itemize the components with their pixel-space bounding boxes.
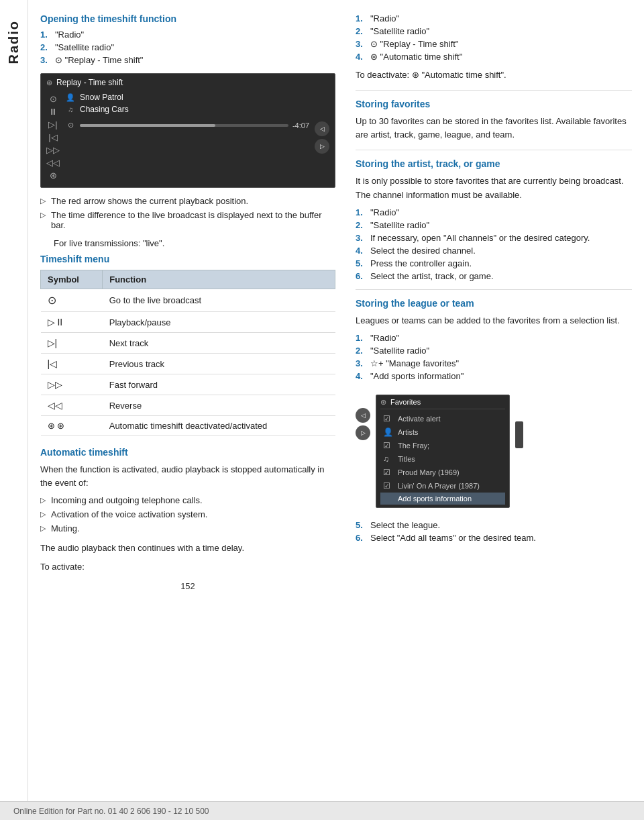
ctrl-prev: |◁ (48, 132, 57, 142)
ar-step-2: 2. "Satellite radio" (356, 220, 632, 230)
live-text: For live transmissions: "live". (54, 238, 335, 248)
storing-fav-body: Up to 30 favorites can be stored in the … (356, 115, 632, 142)
ar-step-5: 5. Press the controller again. (356, 258, 632, 268)
storing-fav-title: Storing favorites (356, 99, 632, 109)
fav-item-1[interactable]: ☑ Activate alert (380, 412, 505, 425)
fav-item-2[interactable]: 👤 Artists (380, 425, 505, 439)
main-content: Opening the timeshift function 1. "Radio… (28, 0, 644, 820)
table-row-2: ▷ II Playback/pause (41, 312, 335, 333)
fav-item-5[interactable]: ☑ Proud Mary (1969) (380, 466, 505, 479)
progress-time: -4:07 (292, 121, 309, 130)
fav-item-4[interactable]: ♫ Titles (380, 452, 505, 466)
left-column: Opening the timeshift function 1. "Radio… (40, 13, 349, 807)
track-icon-2: ♫ (65, 105, 76, 113)
track-row-1: 👤 Snow Patrol (65, 91, 309, 103)
auto-arrow-1: ▷ (40, 496, 46, 505)
symbol-4: |◁ (41, 354, 103, 374)
symbol-2: ▷ II (41, 312, 103, 333)
ctrl-loop: ⊙ (50, 94, 57, 104)
track-icon-1: 👤 (65, 93, 76, 102)
bullet-arrow-1: ▷ (40, 197, 46, 205)
auto-body: When the function is activated, audio pl… (40, 463, 335, 490)
artist-track-title: Storing the artist, track, or game (356, 158, 632, 169)
league-team-title: Storing the league or team (356, 298, 632, 309)
table-header-row: Symbol Function (41, 270, 335, 289)
replay-header: ⊛ Replay - Time shift (46, 78, 329, 87)
act-step-1: 1. "Radio" (356, 13, 632, 23)
replay-icon: ⊛ (46, 79, 52, 87)
function-4: Previous track (103, 354, 335, 374)
fav-nav-left[interactable]: ◁ (356, 408, 370, 423)
act-step-4: 4. ⊛ "Automatic time shift" (356, 52, 632, 62)
table-row-3: ▷| Next track (41, 333, 335, 354)
page-number: 152 (40, 581, 335, 591)
deactivate-text: To deactivate: ⊛ "Automatic time shift". (356, 68, 632, 82)
opening-step-3: 3. ⊙ "Replay - Time shift" (40, 55, 335, 65)
opening-title: Opening the timeshift function (40, 13, 335, 24)
col-function: Function (103, 270, 335, 289)
league-steps-list: 1. "Radio" 2. "Satellite radio" 3. ☆+ "M… (356, 333, 632, 381)
replay-controls: ⊙ II ▷| |◁ ▷▷ ◁◁ ⊛ (46, 91, 60, 183)
lg-step-3: 3. ☆+ "Manage favorites" (356, 358, 632, 368)
track-icon-cd: ⊙ (65, 121, 76, 130)
divider-3 (356, 289, 632, 290)
favorites-section: ◁ ▷ ⊛ Favorites ☑ Activate alert 👤 Artis… (356, 388, 632, 515)
end-step-6: 6. Select "Add all teams" or the desired… (356, 533, 632, 543)
track-list: 👤 Snow Patrol ♫ Chasing Cars ⊙ (65, 91, 309, 183)
ar-step-6: 6. Select the artist, track, or game. (356, 271, 632, 281)
opening-step-2: 2. "Satellite radio" (40, 42, 335, 52)
function-6: Reverse (103, 395, 335, 416)
act-step-2: 2. "Satellite radio" (356, 26, 632, 36)
auto-arrow-2: ▷ (40, 510, 46, 519)
fav-icon-2: 👤 (383, 427, 394, 437)
auto-bullet-3: ▷ Muting. (40, 523, 335, 533)
fav-nav-right[interactable]: ▷ (356, 425, 370, 440)
footer-bar: Online Edition for Part no. 01 40 2 606 … (0, 801, 644, 820)
symbol-7: ⊛ ⊛ (41, 416, 103, 436)
replay-content: ⊙ II ▷| |◁ ▷▷ ◁◁ ⊛ 👤 Snow Patrol (46, 91, 329, 183)
table-row-5: ▷▷ Fast forward (41, 374, 335, 395)
fav-icon-6: ☑ (383, 481, 394, 491)
ctrl-rew: ◁◁ (46, 158, 60, 168)
function-5: Fast forward (103, 374, 335, 395)
ar-step-1: 1. "Radio" (356, 207, 632, 217)
fav-nav-buttons: ◁ ▷ (356, 408, 370, 440)
bullet-2: ▷ The time difference to the live broadc… (40, 210, 335, 230)
scroll-bar (515, 421, 523, 448)
progress-fill (80, 124, 215, 127)
end-step-5: 5. Select the league. (356, 520, 632, 530)
opening-step-1: 1. "Radio" (40, 30, 335, 40)
fav-icon-1: ☑ (383, 414, 394, 423)
symbol-6: ◁◁ (41, 395, 103, 416)
fav-item-3[interactable]: ☑ The Fray; (380, 439, 505, 452)
nav-right[interactable]: ▷ (315, 139, 329, 154)
lg-step-2: 2. "Satellite radio" (356, 346, 632, 356)
favorites-box: ⊛ Favorites ☑ Activate alert 👤 Artists ☑… (376, 395, 510, 508)
right-column: 1. "Radio" 2. "Satellite radio" 3. ⊙ "Re… (349, 13, 632, 807)
symbol-5: ▷▷ (41, 374, 103, 395)
artist-track-body: It is only possible to store favorites t… (356, 174, 632, 201)
nav-buttons: ◁ ▷ (315, 91, 329, 183)
ctrl-pause: II (50, 107, 55, 117)
function-7: Automatic timeshift deactivated/activate… (103, 416, 335, 436)
symbol-1: ⊙ (41, 289, 103, 312)
function-3: Next track (103, 333, 335, 354)
bullet-1: ▷ The red arrow shows the current playba… (40, 196, 335, 206)
sidebar: Radio (0, 0, 28, 820)
track-row-2: ♫ Chasing Cars (65, 103, 309, 115)
fav-icon-5: ☑ (383, 468, 394, 477)
sidebar-label: Radio (6, 20, 21, 64)
fav-item-7[interactable]: Add sports information (380, 493, 505, 505)
progress-row: ⊙ -4:07 (65, 119, 309, 131)
footer-text: Online Edition for Part no. 01 40 2 606 … (13, 807, 209, 816)
fav-item-6[interactable]: ☑ Livin' On A Prayer (1987) (380, 479, 505, 493)
auto-title: Automatic timeshift (40, 447, 335, 458)
activate-steps-list: 1. "Radio" 2. "Satellite radio" 3. ⊙ "Re… (356, 13, 632, 62)
progress-bar (80, 124, 288, 127)
timeshift-title: Timeshift menu (40, 254, 335, 264)
opening-steps-list: 1. "Radio" 2. "Satellite radio" 3. ⊙ "Re… (40, 30, 335, 65)
act-step-3: 3. ⊙ "Replay - Time shift" (356, 39, 632, 49)
favorites-header: ⊛ Favorites (380, 398, 505, 409)
ar-step-4: 4. Select the desired channel. (356, 246, 632, 256)
nav-left[interactable]: ◁ (315, 121, 329, 136)
